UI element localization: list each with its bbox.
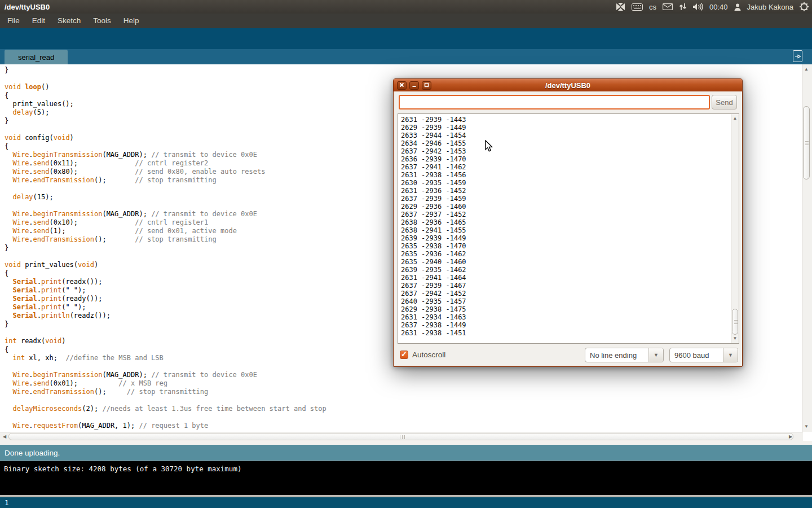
send-button-label: Send bbox=[716, 98, 732, 107]
status-message: Done uploading. bbox=[5, 449, 60, 457]
serial-line: 2636 -2939 -1470 bbox=[398, 155, 739, 163]
serial-line: 2637 -2939 -1459 bbox=[398, 195, 739, 203]
applet-x-icon[interactable] bbox=[616, 3, 625, 11]
serial-line: 2640 -2935 -1457 bbox=[398, 297, 739, 305]
chevron-down-icon[interactable]: ▼ bbox=[648, 348, 663, 362]
serial-monitor-controls: ✓ Autoscroll No line ending ▼ 9600 baud … bbox=[394, 344, 742, 367]
chevron-down-icon[interactable]: ▼ bbox=[723, 348, 738, 362]
tab-strip: serial_read bbox=[0, 49, 812, 64]
menu-tools[interactable]: Tools bbox=[87, 14, 117, 28]
serial-line: 2631 -2938 -1451 bbox=[398, 329, 739, 337]
focused-window-title: /dev/ttyUSB0 bbox=[0, 3, 50, 11]
scroll-down-icon[interactable]: ▼ bbox=[802, 423, 810, 431]
clock-label[interactable]: 00:40 bbox=[709, 3, 728, 11]
session-gear-icon[interactable] bbox=[800, 2, 809, 11]
editor-vertical-scrollbar[interactable]: ▲ ▼ bbox=[802, 64, 810, 432]
code-line bbox=[5, 413, 802, 422]
ide-toolbar bbox=[0, 28, 812, 49]
desktop-top-panel: /dev/ttyUSB0 cs 00:40 Jakub Kakona bbox=[0, 0, 812, 14]
serial-line: 2637 -2941 -1462 bbox=[398, 163, 739, 171]
menu-file[interactable]: File bbox=[1, 14, 26, 28]
build-console: Binary sketch size: 4208 bytes (of a 307… bbox=[0, 461, 812, 495]
serial-scroll-thumb[interactable] bbox=[732, 309, 738, 335]
scroll-left-icon[interactable]: ◀ bbox=[1, 433, 8, 440]
tab-serial-read[interactable]: serial_read bbox=[5, 50, 68, 64]
keyboard-layout-label[interactable]: cs bbox=[649, 3, 656, 11]
serial-line: 2630 -2935 -1459 bbox=[398, 179, 739, 187]
serial-send-input[interactable] bbox=[399, 95, 710, 110]
tab-label: serial_read bbox=[18, 53, 54, 62]
ide-menubar: File Edit Sketch Tools Help bbox=[0, 14, 812, 28]
menu-sketch[interactable]: Sketch bbox=[51, 14, 87, 28]
code-line: delayMicroseconds(2); //needs at least 1… bbox=[5, 405, 802, 413]
code-line: Wire.beginTransmission(MAG_ADDR); // tra… bbox=[5, 371, 802, 379]
baud-rate-value: 9600 baud bbox=[670, 351, 723, 360]
window-maximize-button[interactable] bbox=[422, 81, 431, 90]
baud-rate-dropdown[interactable]: 9600 baud ▼ bbox=[669, 348, 738, 362]
line-ending-value: No line ending bbox=[585, 351, 648, 360]
serial-vertical-scrollbar[interactable]: ▲ ▼ bbox=[731, 114, 739, 343]
autoscroll-label: Autoscroll bbox=[412, 351, 445, 359]
editor-hscroll-thumb[interactable] bbox=[8, 433, 793, 440]
serial-line: 2638 -2936 -1465 bbox=[398, 218, 739, 226]
code-line: Wire.send(0x01); // x MSB reg bbox=[5, 379, 802, 388]
scroll-up-icon[interactable]: ▲ bbox=[731, 115, 739, 122]
right-arrow-icon bbox=[795, 54, 801, 59]
mouse-cursor bbox=[484, 140, 493, 155]
serial-line: 2637 -2938 -1449 bbox=[398, 321, 739, 329]
scroll-up-icon[interactable]: ▲ bbox=[802, 65, 810, 73]
serial-line: 2637 -2942 -1453 bbox=[398, 147, 739, 155]
status-bar: Done uploading. bbox=[0, 445, 812, 461]
volume-icon[interactable] bbox=[693, 3, 703, 11]
scroll-right-icon[interactable]: ▶ bbox=[787, 433, 794, 440]
user-menu-label[interactable]: Jakub Kakona bbox=[747, 3, 793, 11]
editor-horizontal-scrollbar[interactable]: ◀ ▶ bbox=[0, 432, 803, 441]
line-ending-dropdown[interactable]: No line ending ▼ bbox=[585, 348, 664, 362]
status-gap bbox=[0, 441, 812, 445]
mail-icon[interactable] bbox=[663, 3, 673, 10]
serial-line: 2638 -2941 -1455 bbox=[398, 226, 739, 234]
code-line bbox=[5, 396, 802, 405]
serial-line: 2637 -2939 -1467 bbox=[398, 282, 739, 290]
user-icon bbox=[734, 3, 741, 11]
serial-line: 2633 -2944 -1454 bbox=[398, 132, 739, 139]
check-icon: ✓ bbox=[401, 350, 407, 358]
window-minimize-button[interactable] bbox=[409, 81, 419, 90]
network-arrows-icon[interactable] bbox=[679, 3, 687, 11]
system-tray: cs 00:40 Jakub Kakona bbox=[616, 2, 812, 11]
serial-line: 2629 -2939 -1449 bbox=[398, 124, 739, 132]
serial-monitor-titlebar[interactable]: /dev/ttyUSB0 bbox=[394, 79, 742, 91]
serial-line: 2637 -2937 -1452 bbox=[398, 211, 739, 218]
close-icon bbox=[399, 82, 404, 87]
tab-menu-button[interactable] bbox=[793, 50, 802, 62]
code-line: } bbox=[5, 66, 802, 75]
serial-output-lines: 2631 -2939 -14432629 -2939 -14492633 -29… bbox=[398, 114, 739, 337]
keyboard-icon[interactable] bbox=[632, 3, 643, 11]
code-line: Wire.endTransmission(); // stop transmit… bbox=[5, 388, 802, 396]
serial-line: 2629 -2936 -1460 bbox=[398, 203, 739, 211]
serial-line: 2629 -2938 -1475 bbox=[398, 305, 739, 313]
console-output: Binary sketch size: 4208 bytes (of a 307… bbox=[4, 465, 812, 473]
scroll-down-icon[interactable]: ▼ bbox=[731, 335, 739, 343]
serial-line: 2631 -2938 -1456 bbox=[398, 171, 739, 179]
autoscroll-checkbox[interactable]: ✓ bbox=[400, 351, 408, 359]
serial-line: 2635 -2940 -1460 bbox=[398, 258, 739, 266]
serial-line: 2635 -2938 -1470 bbox=[398, 242, 739, 250]
serial-line: 2631 -2936 -1452 bbox=[398, 187, 739, 195]
serial-line: 2639 -2939 -1449 bbox=[398, 234, 739, 242]
serial-line: 2637 -2942 -1452 bbox=[398, 290, 739, 297]
menu-help[interactable]: Help bbox=[117, 14, 145, 28]
menu-edit[interactable]: Edit bbox=[26, 14, 51, 28]
serial-line: 2635 -2936 -1462 bbox=[398, 250, 739, 258]
line-number-bar: 1 bbox=[0, 497, 812, 508]
serial-output-area[interactable]: 2631 -2939 -14432629 -2939 -14492633 -29… bbox=[398, 113, 739, 344]
serial-line: 2631 -2939 -1443 bbox=[398, 116, 739, 124]
serial-line: 2631 -2934 -1463 bbox=[398, 313, 739, 321]
current-line-indicator: 1 bbox=[5, 498, 9, 507]
code-line: Wire.requestFrom(MAG_ADDR, 1); // reques… bbox=[5, 422, 802, 430]
serial-monitor-title: /dev/ttyUSB0 bbox=[394, 81, 742, 90]
send-button[interactable]: Send bbox=[712, 95, 737, 110]
serial-monitor-window: /dev/ttyUSB0 Send 2631 -2939 -14432629 -… bbox=[393, 78, 743, 367]
editor-scroll-thumb[interactable] bbox=[803, 106, 810, 179]
window-close-button[interactable] bbox=[397, 81, 407, 90]
